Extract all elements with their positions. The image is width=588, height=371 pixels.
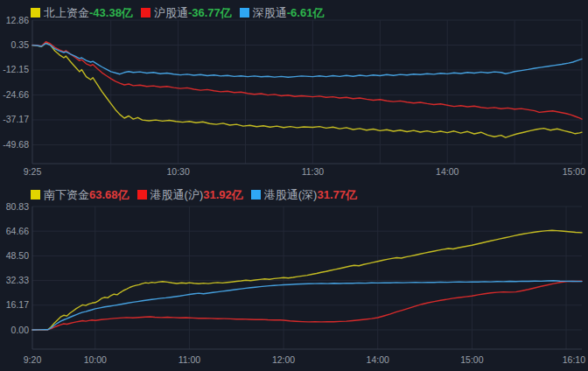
- capital-flow-dashboard: 北上资金 -43.38亿 沪股通 -36.77亿 深股通 -6.61亿 南下资金…: [0, 0, 588, 371]
- x-axis-tick-label: 15:00: [460, 354, 483, 365]
- x-axis-tick-label: 11:00: [178, 354, 201, 365]
- y-axis-tick-label: 16.17: [6, 299, 29, 310]
- y-axis-tick-label: -24.66: [3, 89, 29, 100]
- southbound-flow-chart[interactable]: 80.8364.6648.5032.3316.170.009:2010:0011…: [0, 186, 588, 371]
- northbound-flow-chart[interactable]: 12.860.35-12.15-24.66-37.17-49.689:2510:…: [0, 0, 588, 186]
- blue-series-swatch: [251, 190, 261, 200]
- series-name: 南下资金: [44, 188, 89, 201]
- blue-series-swatch: [240, 8, 249, 18]
- x-axis-tick-label: 9:25: [24, 166, 42, 177]
- series-name: 北上资金: [44, 6, 89, 19]
- legend-item-hk-connect-sh: 港股通(沪) 31.92亿: [137, 188, 243, 201]
- southbound-legend: 南下资金 63.68亿 港股通(沪) 31.92亿 港股通(深) 31.77亿: [31, 188, 365, 201]
- series-line-沪股通: [32, 42, 582, 119]
- y-axis-tick-label: 32.33: [6, 275, 29, 285]
- series-line-北上资金: [32, 43, 582, 137]
- y-axis-tick-label: 80.83: [6, 201, 29, 212]
- x-axis-tick-label: 15:00: [563, 166, 585, 177]
- series-line-深股通: [32, 44, 582, 78]
- series-name: 深股通: [253, 6, 287, 19]
- legend-item-shanghai-connect: 沪股通 -36.77亿: [141, 6, 232, 19]
- x-axis-tick-label: 14:00: [436, 166, 458, 177]
- yellow-series-swatch: [31, 8, 40, 18]
- series-name: 沪股通: [154, 6, 188, 19]
- legend-item-north-total: 北上资金 -43.38亿: [31, 6, 133, 19]
- series-value: 31.77亿: [317, 188, 357, 201]
- northbound-legend: 北上资金 -43.38亿 沪股通 -36.77亿 深股通 -6.61亿: [31, 6, 332, 19]
- series-value: 63.68亿: [89, 188, 130, 201]
- legend-item-shenzhen-connect: 深股通 -6.61亿: [240, 6, 325, 19]
- series-name: 港股通(深): [264, 188, 318, 201]
- x-axis-tick-label: 14:00: [367, 354, 389, 365]
- x-axis-tick-label: 12:00: [272, 354, 295, 365]
- series-value: -43.38亿: [89, 6, 133, 19]
- red-series-swatch: [137, 190, 147, 200]
- y-axis-tick-label: -49.68: [3, 139, 29, 150]
- x-axis-tick-label: 9:20: [24, 354, 42, 365]
- y-axis-tick-label: 12.86: [6, 15, 29, 25]
- legend-item-south-total: 南下资金 63.68亿: [31, 188, 130, 201]
- y-axis-tick-label: -37.17: [3, 114, 29, 124]
- yellow-series-swatch: [31, 190, 40, 200]
- y-axis-tick-label: 48.50: [6, 250, 29, 261]
- x-axis-tick-label: 10:00: [84, 354, 107, 365]
- x-axis-tick-label: 11:30: [302, 166, 325, 177]
- x-axis-tick-label: 16:10: [563, 354, 585, 365]
- red-series-swatch: [141, 8, 150, 18]
- x-axis-tick-label: 10:30: [166, 166, 189, 177]
- series-value: -6.61亿: [287, 6, 325, 19]
- y-axis-tick-label: 0.35: [11, 39, 30, 50]
- legend-item-hk-connect-sz: 港股通(深) 31.77亿: [251, 188, 357, 201]
- y-axis-tick-label: -12.15: [3, 64, 29, 74]
- y-axis-tick-label: 64.66: [6, 226, 29, 236]
- y-axis-tick-label: 0.00: [11, 325, 30, 335]
- series-value: 31.92亿: [203, 188, 243, 201]
- series-value: -36.77亿: [188, 6, 232, 19]
- series-name: 港股通(沪): [150, 188, 204, 201]
